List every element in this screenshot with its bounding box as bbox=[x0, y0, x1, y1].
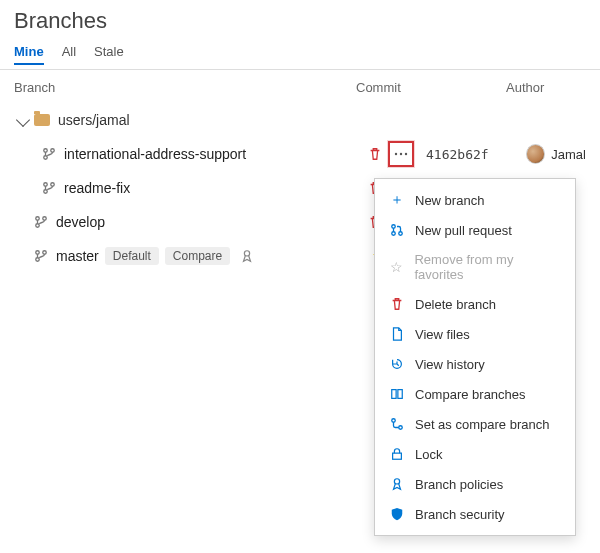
svg-point-27 bbox=[399, 232, 403, 236]
column-headers: Branch Commit Author bbox=[0, 70, 600, 101]
svg-point-4 bbox=[400, 153, 402, 155]
branch-name: readme-fix bbox=[64, 180, 130, 196]
tab-mine[interactable]: Mine bbox=[14, 40, 44, 65]
column-branch[interactable]: Branch bbox=[14, 80, 314, 95]
branch-icon bbox=[34, 215, 48, 229]
tab-stale[interactable]: Stale bbox=[94, 40, 124, 65]
svg-point-2 bbox=[44, 156, 48, 160]
set-compare-icon bbox=[389, 416, 405, 432]
svg-point-26 bbox=[392, 232, 396, 236]
file-icon bbox=[389, 326, 405, 342]
folder-row[interactable]: users/jamal bbox=[0, 103, 600, 137]
svg-point-33 bbox=[394, 479, 399, 484]
menu-compare-branches[interactable]: Compare branches bbox=[375, 379, 575, 409]
chevron-down-icon bbox=[16, 113, 30, 127]
svg-point-14 bbox=[36, 224, 40, 228]
history-icon bbox=[389, 356, 405, 372]
menu-label: New pull request bbox=[415, 223, 512, 238]
svg-point-1 bbox=[51, 149, 55, 153]
svg-point-5 bbox=[405, 153, 407, 155]
svg-point-3 bbox=[395, 153, 397, 155]
avatar bbox=[526, 144, 545, 164]
svg-point-31 bbox=[399, 426, 403, 430]
menu-remove-favorite: ☆ Remove from my favorites bbox=[375, 245, 575, 289]
author-cell[interactable]: Jamal bbox=[526, 144, 586, 164]
lock-icon bbox=[389, 446, 405, 462]
policies-icon bbox=[389, 476, 405, 492]
svg-point-12 bbox=[36, 217, 40, 221]
menu-label: Delete branch bbox=[415, 297, 496, 312]
menu-label: View history bbox=[415, 357, 485, 372]
tab-all[interactable]: All bbox=[62, 40, 76, 65]
branch-name: develop bbox=[56, 214, 105, 230]
compare-icon bbox=[389, 386, 405, 402]
svg-point-20 bbox=[36, 258, 40, 262]
menu-lock[interactable]: Lock bbox=[375, 439, 575, 469]
menu-label: Lock bbox=[415, 447, 442, 462]
svg-point-21 bbox=[245, 251, 250, 256]
branch-context-menu: ＋ New branch New pull request ☆ Remove f… bbox=[374, 178, 576, 536]
shield-icon bbox=[389, 506, 405, 522]
svg-rect-32 bbox=[393, 453, 402, 459]
svg-point-13 bbox=[43, 217, 47, 221]
menu-label: Compare branches bbox=[415, 387, 526, 402]
plus-icon: ＋ bbox=[389, 192, 405, 208]
branch-name: master bbox=[56, 248, 99, 264]
svg-point-7 bbox=[51, 183, 55, 187]
branch-icon bbox=[42, 147, 56, 161]
menu-label: Remove from my favorites bbox=[414, 252, 561, 282]
branch-row[interactable]: international-address-support 4162b62f J… bbox=[0, 137, 600, 171]
menu-set-compare[interactable]: Set as compare branch bbox=[375, 409, 575, 439]
more-actions-button[interactable] bbox=[388, 141, 414, 167]
page-title: Branches bbox=[0, 0, 600, 40]
svg-point-8 bbox=[44, 190, 48, 194]
compare-badge: Compare bbox=[165, 247, 230, 265]
trash-icon bbox=[389, 296, 405, 312]
column-author[interactable]: Author bbox=[506, 80, 586, 95]
menu-label: Branch security bbox=[415, 507, 505, 522]
policies-icon bbox=[240, 249, 254, 263]
svg-rect-28 bbox=[392, 390, 396, 399]
delete-branch-button[interactable] bbox=[368, 147, 388, 161]
svg-point-30 bbox=[392, 419, 396, 423]
folder-name: users/jamal bbox=[58, 112, 130, 128]
menu-view-files[interactable]: View files bbox=[375, 319, 575, 349]
menu-view-history[interactable]: View history bbox=[375, 349, 575, 379]
svg-point-18 bbox=[36, 251, 40, 255]
default-badge: Default bbox=[105, 247, 159, 265]
branch-icon bbox=[34, 249, 48, 263]
menu-new-pull-request[interactable]: New pull request bbox=[375, 215, 575, 245]
svg-point-0 bbox=[44, 149, 48, 153]
branch-name: international-address-support bbox=[64, 146, 246, 162]
column-commit[interactable]: Commit bbox=[356, 80, 506, 95]
menu-branch-policies[interactable]: Branch policies bbox=[375, 469, 575, 499]
svg-point-19 bbox=[43, 251, 47, 255]
menu-label: View files bbox=[415, 327, 470, 342]
folder-icon bbox=[34, 114, 50, 126]
svg-rect-29 bbox=[398, 390, 402, 399]
pull-request-icon bbox=[389, 222, 405, 238]
commit-hash[interactable]: 4162b62f bbox=[426, 147, 526, 162]
menu-label: New branch bbox=[415, 193, 484, 208]
menu-new-branch[interactable]: ＋ New branch bbox=[375, 185, 575, 215]
menu-branch-security[interactable]: Branch security bbox=[375, 499, 575, 529]
svg-point-6 bbox=[44, 183, 48, 187]
star-icon: ☆ bbox=[389, 259, 404, 275]
branch-icon bbox=[42, 181, 56, 195]
author-name: Jamal bbox=[551, 147, 586, 162]
tabs-bar: Mine All Stale bbox=[0, 40, 600, 70]
svg-point-25 bbox=[392, 225, 396, 229]
menu-label: Branch policies bbox=[415, 477, 503, 492]
menu-delete-branch[interactable]: Delete branch bbox=[375, 289, 575, 319]
menu-label: Set as compare branch bbox=[415, 417, 549, 432]
